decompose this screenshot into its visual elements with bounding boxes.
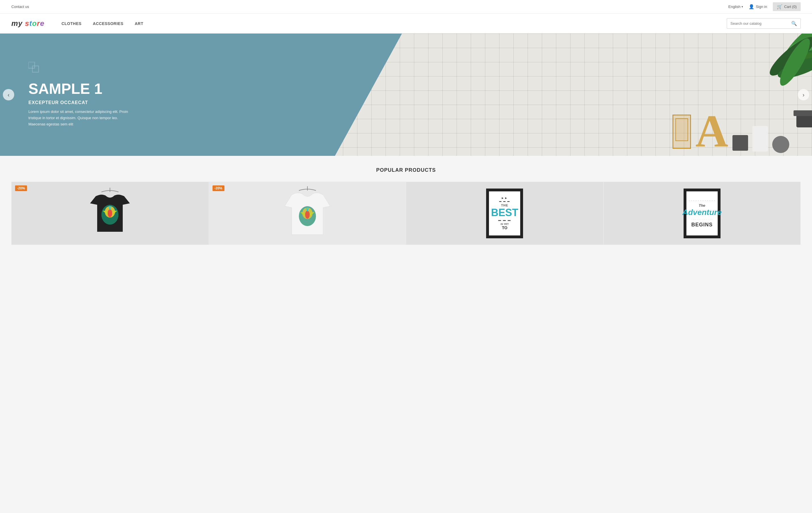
cart-button[interactable]: 🛒 Cart (0) bbox=[773, 2, 801, 11]
product-image-1 bbox=[12, 182, 208, 245]
hero-description: Lorem ipsum dolor sit amet, consectetur … bbox=[28, 109, 131, 127]
slider-next-button[interactable]: › bbox=[798, 89, 809, 100]
poster-best: ▶ ▶ ▬ ▬ ▬ THE BEST ▬ ▬ ▬ IS YET TO bbox=[486, 189, 523, 238]
hero-subtitle: EXCEPTEUR OCCAECAT bbox=[28, 100, 131, 105]
header-left: my store CLOTHES ACCESSORIES ART bbox=[11, 19, 143, 28]
main-nav: CLOTHES ACCESSORIES ART bbox=[61, 21, 143, 26]
logo-e: e bbox=[40, 19, 44, 28]
logo-o: o bbox=[32, 19, 37, 28]
language-arrow: ▾ bbox=[742, 5, 743, 8]
discount-badge-2: -20% bbox=[212, 185, 225, 191]
hero-title: SAMPLE 1 bbox=[28, 80, 131, 97]
deco-candle-group bbox=[672, 115, 691, 149]
deco-pot-round bbox=[772, 136, 789, 153]
product-card-3[interactable]: ▶ ▶ ▬ ▬ ▬ THE BEST ▬ ▬ ▬ IS YET TO bbox=[406, 182, 604, 245]
deco-letter-a: A bbox=[695, 111, 728, 152]
sign-in-label: Sign in bbox=[756, 4, 767, 9]
hero-deco-icon bbox=[28, 62, 40, 73]
discount-badge-1: -20% bbox=[15, 185, 27, 191]
svg-rect-10 bbox=[32, 66, 39, 72]
products-grid: -20% bbox=[11, 182, 801, 245]
cart-icon: 🛒 bbox=[777, 4, 782, 9]
search-button[interactable]: 🔍 bbox=[788, 19, 800, 28]
svg-rect-8 bbox=[793, 110, 812, 116]
product-card-4[interactable]: · · · · · · · · · · · · The Adventure · … bbox=[604, 182, 801, 245]
deco-pots bbox=[732, 135, 748, 151]
logo-s: s bbox=[25, 19, 29, 28]
product-image-4: · · · · · · · · · · · · The Adventure · … bbox=[604, 182, 801, 245]
tshirt-black-svg bbox=[87, 188, 133, 239]
product-image-3: ▶ ▶ ▬ ▬ ▬ THE BEST ▬ ▬ ▬ IS YET TO bbox=[406, 182, 603, 245]
poster-adventure: · · · · · · · · · · · · The Adventure · … bbox=[684, 189, 721, 238]
hero-slider: A SAMPLE 1 EXCEPTEUR OCCAECAT Lorem ipsu… bbox=[0, 33, 812, 156]
header: my store CLOTHES ACCESSORIES ART 🔍 bbox=[0, 14, 812, 33]
language-label: English bbox=[728, 4, 741, 9]
logo-my: my bbox=[11, 19, 25, 28]
search-input[interactable] bbox=[727, 19, 788, 28]
deco-cylinder-white bbox=[752, 126, 768, 152]
top-bar-right: English ▾ 👤 Sign in 🛒 Cart (0) bbox=[728, 2, 801, 11]
search-box: 🔍 bbox=[727, 18, 801, 29]
nav-item-accessories[interactable]: ACCESSORIES bbox=[93, 21, 123, 26]
tshirt-white-svg bbox=[285, 186, 330, 240]
sign-in-link[interactable]: 👤 Sign in bbox=[749, 4, 767, 9]
deco-candle-frame-outer bbox=[672, 115, 691, 149]
user-icon: 👤 bbox=[749, 4, 754, 9]
language-selector[interactable]: English ▾ bbox=[728, 4, 743, 9]
product-image-2 bbox=[209, 182, 406, 245]
contact-us-label[interactable]: Contact us bbox=[11, 4, 29, 9]
cart-label: Cart (0) bbox=[784, 4, 797, 9]
logo[interactable]: my store bbox=[11, 19, 44, 28]
section-title: POPULAR PRODUCTS bbox=[11, 167, 801, 173]
top-bar: Contact us English ▾ 👤 Sign in 🛒 Cart (0… bbox=[0, 0, 812, 14]
svg-point-21 bbox=[305, 211, 310, 219]
deco-pot-dark bbox=[732, 135, 748, 151]
logo-t: t bbox=[29, 19, 32, 28]
logo-r: r bbox=[37, 19, 40, 28]
svg-point-14 bbox=[108, 209, 112, 217]
product-card-1[interactable]: -20% bbox=[11, 182, 209, 245]
product-card-2[interactable]: -20% bbox=[209, 182, 406, 245]
svg-rect-9 bbox=[28, 62, 35, 68]
popular-products-section: POPULAR PRODUCTS -20% bbox=[0, 156, 812, 250]
deco-candle-frame-inner bbox=[675, 118, 688, 141]
nav-item-clothes[interactable]: CLOTHES bbox=[61, 21, 81, 26]
search-icon: 🔍 bbox=[791, 21, 797, 26]
hero-content: SAMPLE 1 EXCEPTEUR OCCAECAT Lorem ipsum … bbox=[28, 62, 131, 127]
nav-item-art[interactable]: ART bbox=[135, 21, 143, 26]
slider-prev-button[interactable]: ‹ bbox=[3, 89, 14, 100]
hero-deco-items: A bbox=[672, 33, 789, 156]
